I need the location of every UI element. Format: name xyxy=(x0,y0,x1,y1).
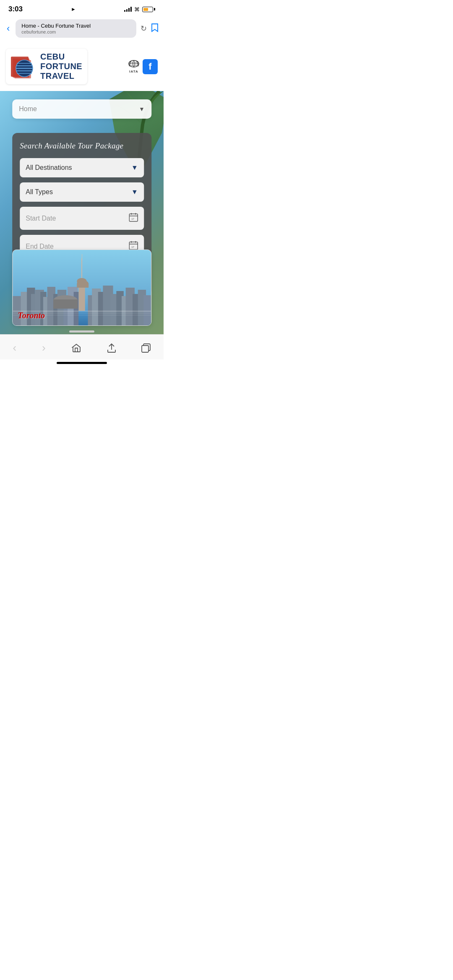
url-sub: cebufortune.com xyxy=(21,29,130,34)
site-header: CEBU FORTUNE TRAVEL IATA f xyxy=(0,42,164,91)
status-bar: 3:03 ► ⌘ xyxy=(0,0,164,17)
url-title: Home - Cebu Fortune Travel xyxy=(21,23,130,29)
logo-line2: FORTUNE xyxy=(40,62,82,71)
end-date-label: End Date xyxy=(26,243,54,250)
types-dropdown[interactable]: All Types ▼ xyxy=(20,182,144,202)
svg-rect-60 xyxy=(142,346,148,352)
signal-icon xyxy=(124,7,132,12)
back-nav-button[interactable]: ‹ xyxy=(6,340,23,356)
header-icons: IATA f xyxy=(128,59,158,74)
share-button[interactable] xyxy=(100,341,123,355)
svg-rect-54 xyxy=(143,295,151,325)
svg-text:17: 17 xyxy=(131,218,134,220)
iata-badge: IATA xyxy=(128,60,140,73)
svg-rect-27 xyxy=(78,283,85,311)
svg-text:17: 17 xyxy=(131,246,134,248)
start-date-label: Start Date xyxy=(26,215,56,222)
iata-label: IATA xyxy=(129,70,138,73)
destinations-dropdown-arrow: ▼ xyxy=(131,164,138,172)
status-icons: ⌘ xyxy=(124,6,155,13)
home-indicator xyxy=(57,362,107,364)
toronto-card[interactable]: Toronto xyxy=(12,250,151,326)
url-bar[interactable]: Home - Cebu Fortune Travel cebufortune.c… xyxy=(16,19,136,38)
hero-section: Home ▼ Search Available Tour Package All… xyxy=(0,91,164,334)
logo-box: CEBU FORTUNE TRAVEL xyxy=(6,49,87,84)
svg-rect-56 xyxy=(53,299,78,309)
home-nav[interactable]: Home ▼ xyxy=(12,99,151,119)
logo-text: CEBU FORTUNE TRAVEL xyxy=(40,52,82,81)
browser-bar: ‹ Home - Cebu Fortune Travel cebufortune… xyxy=(0,17,164,42)
logo-line3: TRAVEL xyxy=(40,71,82,81)
city-cards-section: Toronto xyxy=(12,250,151,326)
svg-rect-30 xyxy=(82,254,82,260)
types-label: All Types xyxy=(26,188,53,196)
search-box-title: Search Available Tour Package xyxy=(20,141,144,151)
svg-point-29 xyxy=(77,278,86,285)
city-name-label: Toronto xyxy=(18,311,45,320)
home-nav-dropdown-arrow[interactable]: ▼ xyxy=(139,106,145,112)
battery-icon xyxy=(142,7,155,12)
scroll-indicator xyxy=(69,330,94,333)
bookmark-button[interactable] xyxy=(151,23,159,34)
wifi-icon: ⌘ xyxy=(134,6,140,13)
tabs-button[interactable] xyxy=(135,342,157,354)
types-dropdown-arrow: ▼ xyxy=(131,188,138,196)
destinations-label: All Destinations xyxy=(26,164,72,172)
status-time: 3:03 xyxy=(8,5,23,13)
browser-back-button[interactable]: ‹ xyxy=(5,21,11,36)
facebook-icon[interactable]: f xyxy=(143,59,158,74)
start-date-field[interactable]: Start Date 17 xyxy=(20,207,144,230)
bottom-nav: ‹ › xyxy=(0,334,164,359)
status-time-icon: ► xyxy=(71,6,76,12)
start-date-calendar-icon: 17 xyxy=(129,213,138,224)
logo-line1: CEBU xyxy=(40,52,82,62)
home-nav-button[interactable] xyxy=(65,341,88,355)
refresh-button[interactable]: ↻ xyxy=(141,24,147,33)
logo-icon xyxy=(11,54,36,79)
destinations-dropdown[interactable]: All Destinations ▼ xyxy=(20,158,144,177)
toronto-image: Toronto xyxy=(13,250,151,325)
forward-nav-button[interactable]: › xyxy=(35,340,52,356)
home-nav-label: Home xyxy=(19,105,37,113)
